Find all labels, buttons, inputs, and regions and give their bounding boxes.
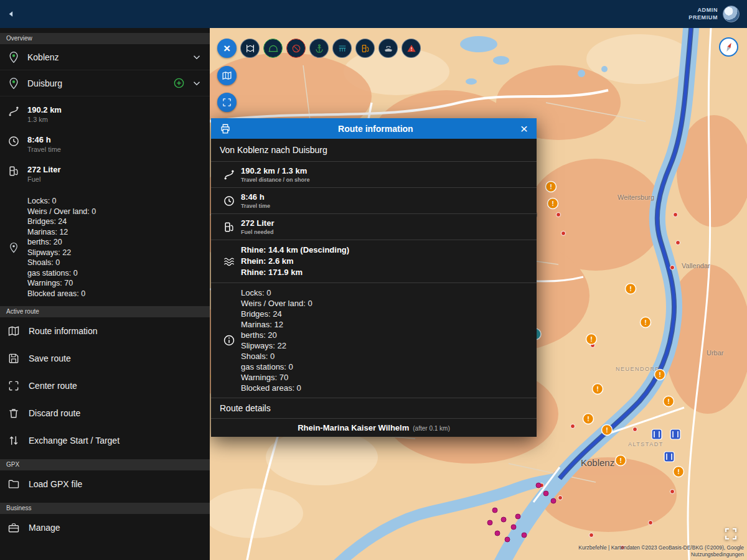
filter-ferries-button[interactable]: [378, 39, 398, 58]
swap-arrows-icon: [7, 434, 20, 447]
exchange-start-target-button[interactable]: Exchange Start / Target: [0, 427, 210, 454]
discard-route-button[interactable]: Discard route: [0, 399, 210, 427]
count-line: Weirs / Over land: 0: [241, 298, 312, 309]
layers-map-icon: [222, 70, 232, 81]
count-line: Shoals: 0: [27, 258, 96, 268]
count-line: Locks: 0: [27, 196, 96, 207]
svg-text:!: !: [596, 385, 599, 393]
save-route-button[interactable]: Save route: [0, 345, 210, 372]
fuel-value: 272 Liter: [27, 165, 60, 174]
chevron-down-icon: [191, 52, 202, 63]
filter-locks-button[interactable]: [240, 39, 260, 58]
account-badge[interactable]: ADMIN PREMIUM: [688, 6, 740, 22]
time-stat: 8:46 h Travel time: [0, 134, 210, 164]
section-business: Business: [0, 503, 210, 514]
print-button[interactable]: [217, 123, 233, 134]
route-information-dialog: Route information × Von Koblenz nach Dui…: [211, 118, 537, 437]
app-window: ADMIN PREMIUM Overview Koblenz Duisburg: [0, 0, 747, 560]
dialog-time-value: 8:46 h: [241, 192, 270, 202]
waterway-line: Rhine: 171.9 km: [241, 267, 349, 278]
dialog-waterways-row: Rhine: 14.4 km (Descinding) Rhein: 2.6 k…: [211, 240, 537, 283]
dialog-time-sub: Travel time: [241, 203, 270, 209]
waterway-line: Rhein: 2.6 km: [241, 256, 349, 267]
count-line: gas stations: 0: [27, 268, 96, 279]
warning-triangle-icon: [406, 44, 416, 54]
clock-icon: [7, 135, 20, 147]
compass-needle-icon: [723, 41, 735, 54]
center-route-button[interactable]: Center route: [0, 372, 210, 399]
save-icon: [7, 352, 20, 365]
trash-icon: [7, 407, 20, 419]
info-icon: [217, 334, 241, 347]
first-waypoint-row[interactable]: Rhein-Marina Kaiser Wilhelm(after 0.1 km…: [211, 419, 537, 437]
filter-marinas-button[interactable]: [309, 39, 329, 58]
filter-blocked-areas-button[interactable]: [402, 39, 421, 58]
place-label: NEUENDORF: [616, 366, 660, 372]
fuel-stat: 272 Liter Fuel: [0, 164, 210, 194]
terms-link[interactable]: Nutzungsbedingungen: [578, 551, 744, 558]
target-pin-icon: [7, 77, 20, 90]
expand-arrows-icon: [723, 526, 738, 541]
back-arrow-icon[interactable]: [7, 10, 16, 18]
filter-restrictions-button[interactable]: [286, 39, 306, 58]
lock-gate-icon: [245, 44, 255, 54]
fuel-pump-icon: [360, 44, 370, 54]
svg-text:!: !: [667, 398, 670, 405]
place-label: Vallendar: [682, 262, 710, 269]
route-summary-title: Von Koblenz nach Duisburg: [211, 139, 537, 162]
anchor-icon: [314, 44, 324, 54]
svg-text:!: !: [629, 285, 632, 292]
count-line: berths: 20: [27, 237, 96, 248]
svg-text:!: !: [619, 457, 622, 464]
waves-icon: [217, 255, 241, 268]
filter-berths-button[interactable]: [332, 39, 352, 58]
waterway-line: Rhine: 14.4 km (Descinding): [241, 245, 349, 256]
no-entry-icon: [291, 44, 301, 54]
fullscreen-button[interactable]: [723, 526, 738, 544]
route-counts-block: Locks: 0 Weirs / Over land: 0 Bridges: 2…: [0, 194, 210, 301]
route-information-button[interactable]: Route information: [0, 317, 210, 345]
chevron-down-icon: [191, 78, 202, 89]
count-line: gas stations: 0: [241, 362, 312, 372]
start-pin-icon: [7, 51, 20, 63]
count-line: Bridges: 24: [241, 309, 312, 319]
route-target-select[interactable]: Duisburg: [0, 70, 210, 96]
map-layers-button[interactable]: [217, 66, 237, 85]
close-dialog-button[interactable]: ×: [518, 122, 530, 135]
time-sub: Travel time: [27, 146, 61, 153]
svg-text:!: !: [587, 415, 590, 422]
dialog-fuel-value: 272 Liter: [241, 218, 274, 228]
count-line: Marinas: 12: [27, 227, 96, 238]
dialog-distance-value: 190.2 km / 1.3 km: [241, 166, 310, 175]
bridge-icon: [268, 44, 278, 54]
poi-filter-toolbar: ×: [217, 39, 421, 58]
place-label: Urbar: [707, 349, 724, 357]
route-start-select[interactable]: Koblenz: [0, 44, 210, 70]
fit-route-button[interactable]: [217, 93, 237, 112]
close-filter-bar-button[interactable]: ×: [217, 39, 237, 58]
count-line: Slipways: 22: [27, 248, 96, 258]
account-tier-line1: ADMIN: [688, 7, 718, 14]
map-controls: [217, 66, 237, 112]
ferry-icon: [383, 44, 393, 54]
place-label: Weitersburg: [618, 194, 654, 201]
filter-fuel-button[interactable]: [355, 39, 375, 58]
pier-icon: [337, 44, 347, 54]
account-tier-line2: PREMIUM: [688, 14, 718, 22]
route-details-label: Route details: [211, 398, 537, 419]
poi-pin-icon: [7, 242, 20, 253]
target-value: Duisburg: [27, 78, 173, 88]
dialog-distance-row: 190.2 km / 1.3 km Travel distance / on s…: [211, 162, 537, 188]
add-waypoint-icon[interactable]: [173, 77, 185, 89]
dialog-header: Route information ×: [211, 118, 537, 139]
dialog-distance-sub: Travel distance / on shore: [241, 177, 310, 183]
clock-icon: [217, 195, 241, 207]
filter-bridges-button[interactable]: [263, 39, 283, 58]
load-gpx-button[interactable]: Load GPX file: [0, 470, 210, 498]
map-icon: [7, 325, 20, 337]
waypoint-name: Rhein-Marina Kaiser Wilhelm: [298, 423, 409, 432]
compass-button[interactable]: [719, 37, 738, 57]
distance-sub: 1.3 km: [27, 116, 62, 123]
manage-button[interactable]: Manage: [0, 514, 210, 541]
place-label: ALTSTADT: [628, 441, 664, 447]
